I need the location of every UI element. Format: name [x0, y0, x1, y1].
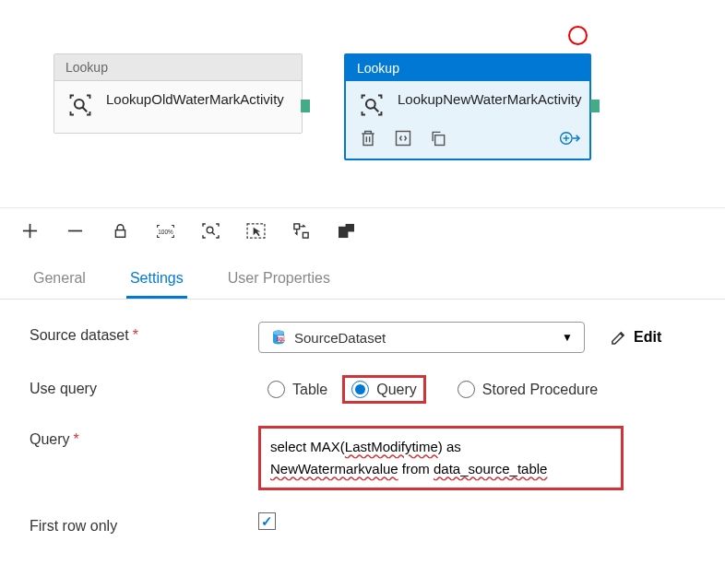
settings-panel: Source dataset* SQL SourceDataset ▼ Edit… [0, 300, 725, 557]
radio-sp-label: Stored Procedure [482, 382, 598, 398]
lock-icon[interactable] [111, 221, 130, 241]
first-row-only-checkbox[interactable]: ✓ [258, 512, 276, 530]
connector-output[interactable] [590, 100, 600, 112]
canvas-toolbar: 100% [0, 207, 725, 253]
svg-point-2 [366, 100, 375, 109]
query-textarea[interactable]: select MAX(LastModifytime) as NewWaterma… [258, 426, 624, 490]
edit-label: Edit [634, 329, 661, 346]
auto-align-icon[interactable] [291, 221, 311, 241]
activity-lookup-newwatermark[interactable]: Lookup LookupNewWaterMarkActivity [344, 53, 591, 160]
source-dataset-dropdown[interactable]: SQL SourceDataset ▼ [258, 322, 585, 353]
sql-db-icon: SQL [270, 329, 287, 346]
svg-text:100%: 100% [158, 229, 173, 235]
svg-point-22 [273, 331, 284, 335]
radio-query[interactable]: Query [342, 375, 426, 404]
svg-rect-13 [115, 230, 125, 238]
source-dataset-label: Source dataset [30, 327, 129, 343]
connector-output[interactable] [301, 100, 310, 112]
svg-rect-20 [346, 224, 354, 232]
svg-text:SQL: SQL [277, 337, 286, 342]
svg-rect-5 [435, 135, 445, 146]
radio-icon [267, 381, 285, 398]
tab-general[interactable]: General [30, 261, 89, 299]
radio-table-label: Table [292, 382, 327, 398]
radio-stored-procedure[interactable]: Stored Procedure [448, 375, 607, 404]
pencil-icon [611, 330, 626, 346]
source-dataset-value: SourceDataset [294, 330, 562, 346]
tab-settings[interactable]: Settings [126, 261, 187, 299]
chevron-down-icon: ▼ [562, 331, 573, 344]
zoom-100-icon[interactable]: 100% [156, 221, 175, 241]
first-row-only-label: First row only [30, 512, 258, 535]
required-indicator: * [133, 327, 138, 343]
query-label: Query [30, 431, 70, 447]
radio-icon [458, 381, 475, 398]
svg-line-1 [83, 108, 88, 112]
activity-name: LookupNewWaterMarkActivity [398, 90, 582, 109]
edit-dataset-link[interactable]: Edit [611, 329, 661, 346]
select-mode-icon[interactable] [246, 221, 266, 241]
delete-icon[interactable] [359, 129, 377, 147]
activity-name: LookupOldWaterMarkActivity [106, 90, 284, 109]
copy-icon[interactable] [429, 129, 447, 147]
tab-user-properties[interactable]: User Properties [224, 261, 334, 299]
use-query-radio-group: Table Query Stored Procedure [258, 375, 607, 404]
svg-point-0 [75, 100, 84, 109]
zoom-in-icon[interactable] [20, 221, 40, 241]
radio-query-label: Query [376, 382, 417, 398]
code-icon[interactable] [394, 129, 412, 147]
zoom-out-icon[interactable] [65, 221, 85, 241]
add-next-icon[interactable] [558, 129, 576, 147]
use-query-label: Use query [30, 375, 258, 397]
activity-lookup-oldwatermark[interactable]: Lookup LookupOldWaterMarkActivity [53, 53, 303, 134]
radio-table[interactable]: Table [258, 375, 337, 404]
svg-rect-4 [397, 132, 410, 146]
highlight-circle [568, 26, 588, 45]
svg-line-16 [212, 232, 215, 235]
activity-type-label: Lookup [346, 55, 589, 81]
activity-type-label: Lookup [54, 54, 302, 81]
checkmark-icon: ✓ [261, 513, 273, 530]
minimap-icon[interactable] [337, 221, 356, 241]
lookup-icon [67, 92, 93, 118]
required-indicator: * [74, 431, 79, 447]
svg-rect-18 [303, 232, 308, 238]
pipeline-canvas[interactable]: Lookup LookupOldWaterMarkActivity Lookup… [0, 0, 725, 207]
fit-to-screen-icon[interactable] [201, 221, 220, 241]
lookup-icon [359, 92, 385, 118]
property-tabs: General Settings User Properties [0, 253, 725, 300]
radio-icon [351, 381, 369, 398]
svg-point-15 [207, 227, 213, 233]
svg-rect-17 [294, 224, 300, 229]
svg-line-3 [374, 108, 379, 112]
